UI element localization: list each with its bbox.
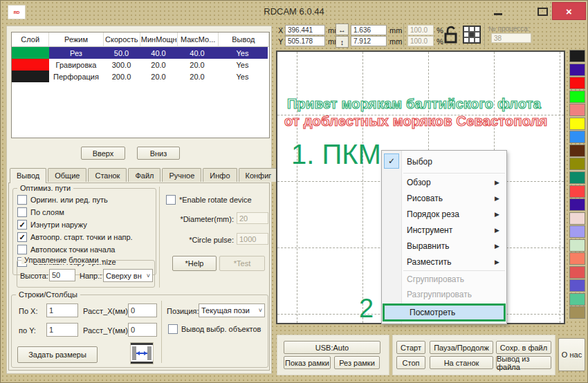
palette-color-13[interactable]	[569, 225, 585, 238]
save-to-file-button[interactable]: Сохр. в файл	[496, 341, 551, 354]
layer-table-cell[interactable]: 50.0	[103, 47, 140, 59]
palette-color-6[interactable]	[569, 131, 585, 143]
palette-color-15[interactable]	[569, 252, 585, 265]
anchor-cell[interactable]	[469, 26, 475, 32]
palette-color-12[interactable]	[569, 212, 585, 225]
layer-table-cell[interactable]: Рез	[49, 47, 103, 59]
y-coordinate-input[interactable]: 505.178	[285, 36, 325, 46]
layer-table-cell[interactable]: 20.0	[140, 71, 177, 82]
layer-table-cell[interactable]: Yes	[217, 47, 268, 59]
circle-pulse-input[interactable]: 1000	[237, 233, 268, 245]
tab-Общие[interactable]: Общие	[48, 168, 86, 182]
palette-color-18[interactable]	[569, 293, 585, 306]
minimize-button[interactable]	[490, 3, 506, 19]
test-button[interactable]: *Test	[219, 256, 265, 271]
menu-item-Инструмент[interactable]: Инструмент▶	[382, 222, 506, 238]
position-select[interactable]: Текущая пози ˅	[199, 303, 265, 317]
aspect-lock-button[interactable]	[443, 25, 459, 44]
set-size-button[interactable]: Задать размеры	[17, 346, 98, 363]
layer-table-cell[interactable]: 40.0	[140, 47, 177, 59]
menu-item-Выравнить[interactable]: Выравнить▶	[382, 238, 506, 254]
palette-color-16[interactable]	[569, 266, 585, 279]
layer-table-row[interactable]: Рез50.040.040.0Yes	[12, 47, 269, 59]
menu-item-Посмотреть[interactable]: Посмотреть	[383, 303, 506, 321]
layer-color-swatch[interactable]	[12, 59, 49, 71]
output-selected-checkbox-box[interactable]	[168, 324, 178, 334]
tab-Ручное[interactable]: Ручное	[162, 168, 201, 182]
layer-table-row[interactable]: Перфорация200.020.020.0Yes	[12, 71, 269, 82]
anchor-cell-selected[interactable]	[469, 32, 475, 37]
palette-color-14[interactable]	[569, 239, 585, 252]
palette-color-1[interactable]	[569, 64, 585, 76]
height-lock-button[interactable]: ↕	[336, 36, 349, 48]
layer-table-cell[interactable]: 40.0	[177, 47, 217, 59]
menu-item-Сгруппировать[interactable]: Сгруппировать	[382, 272, 506, 287]
canvas-text-line1[interactable]: Привет морякам балтийского флота	[287, 96, 541, 112]
anchor-cell[interactable]	[463, 37, 469, 43]
show-frame-button[interactable]: Показ рамки	[284, 356, 331, 369]
anchor-cell[interactable]	[463, 32, 469, 37]
palette-color-7[interactable]	[569, 144, 585, 157]
dist-y-input[interactable]: 0	[128, 323, 157, 337]
optimize-checkbox[interactable]: Автопоиск точки начала	[17, 245, 156, 254]
layer-table-cell[interactable]: Yes	[217, 71, 268, 82]
scale-x-input[interactable]: 100.0	[407, 25, 434, 35]
layer-down-button[interactable]: Вниз	[137, 147, 180, 160]
palette-color-3[interactable]	[569, 91, 585, 103]
anchor-cell[interactable]	[469, 37, 475, 43]
palette-color-10[interactable]	[569, 185, 585, 198]
menu-item-Обзор[interactable]: Обзор▶	[382, 174, 506, 190]
scale-y-input[interactable]: 100.0	[407, 36, 434, 46]
palette-color-17[interactable]	[569, 279, 585, 292]
anchor-cell[interactable]	[475, 37, 480, 43]
object-width-input[interactable]: 1.636	[351, 25, 387, 35]
optimize-checkbox[interactable]: ✓Изнутри наружу	[17, 220, 156, 230]
checkbox-box[interactable]: ✓	[17, 220, 27, 230]
layer-table-cell[interactable]: Перфорация	[49, 71, 103, 82]
enable-rotate-checkbox-box[interactable]	[166, 195, 176, 205]
direction-select[interactable]: Сверху вн ˅	[103, 269, 153, 282]
layer-color-swatch[interactable]	[12, 47, 49, 59]
layer-table-cell[interactable]: Гравировка	[49, 59, 103, 71]
anchor-cell[interactable]	[475, 32, 480, 37]
layer-table-cell[interactable]: 20.0	[177, 59, 217, 71]
tab-Вывод[interactable]: Вывод	[10, 168, 46, 183]
help-button[interactable]: *Help	[172, 256, 217, 271]
menu-item-Рисовать[interactable]: Рисовать▶	[382, 190, 506, 206]
optimize-checkbox[interactable]: ✓Автоопр. старт. точки и напр.	[17, 232, 156, 242]
palette-color-9[interactable]	[569, 171, 585, 184]
layer-table-cell[interactable]: 20.0	[177, 71, 217, 82]
optimize-checkbox[interactable]: Оригин. или ред. путь	[17, 195, 156, 205]
cut-frame-button[interactable]: Рез рамки	[334, 356, 380, 369]
tab-Конфиг[interactable]: Конфиг	[239, 168, 279, 182]
menu-item-Разместить[interactable]: Разместить▶	[382, 254, 506, 270]
layer-table-cell[interactable]: 300.0	[103, 59, 140, 71]
to-machine-button[interactable]: На станок	[430, 356, 493, 369]
layer-color-swatch[interactable]	[12, 71, 49, 82]
anchor-cell[interactable]	[463, 26, 469, 32]
canvas-text-line2[interactable]: от доблестных моряков Севастополя	[284, 113, 547, 129]
object-height-input[interactable]: 7.912	[351, 36, 387, 46]
anchor-cell[interactable]	[475, 26, 480, 32]
by-x-input[interactable]: 1	[46, 303, 78, 317]
palette-color-4[interactable]	[569, 104, 585, 116]
checkbox-box[interactable]	[17, 195, 27, 205]
close-button[interactable]: ×	[552, 2, 586, 20]
layer-table-cell[interactable]: 200.0	[103, 71, 140, 82]
menu-item-Разгруппировать[interactable]: Разгруппировать	[382, 287, 506, 302]
layer-table-cell[interactable]: 20.0	[140, 59, 177, 71]
layer-up-button[interactable]: Вверх	[81, 147, 125, 160]
x-coordinate-input[interactable]: 396.441	[285, 25, 325, 35]
anchor-point-grid[interactable]	[463, 26, 481, 44]
process-number-input[interactable]: 38	[491, 33, 531, 43]
palette-color-8[interactable]	[569, 158, 585, 170]
optimize-checkbox[interactable]: По слоям	[17, 207, 156, 217]
checkbox-box[interactable]: ✓	[17, 232, 27, 242]
layer-table-row[interactable]: Гравировка300.020.020.0Yes	[12, 59, 269, 71]
stop-button[interactable]: Стоп	[396, 356, 425, 369]
width-lock-button[interactable]: ↔	[336, 24, 349, 35]
dist-x-input[interactable]: 0	[128, 303, 157, 317]
output-from-file-button[interactable]: Вывод из файла	[496, 356, 551, 369]
tab-Инфо[interactable]: Инфо	[203, 168, 237, 182]
palette-color-19[interactable]	[569, 306, 585, 319]
